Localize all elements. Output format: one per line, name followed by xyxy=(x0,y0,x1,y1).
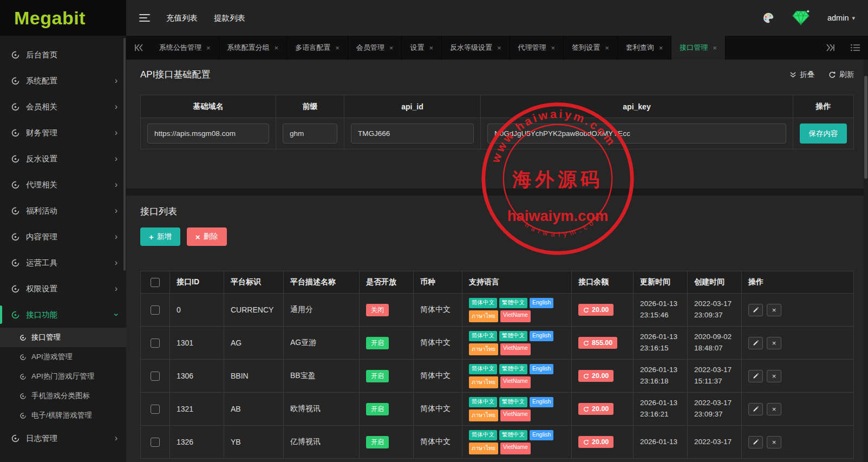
sidebar-item-3[interactable]: 财务管理› xyxy=(0,120,126,146)
tab-close-icon[interactable]: × xyxy=(429,44,433,51)
sidebar-item-7[interactable]: 内容管理› xyxy=(0,224,126,250)
tab-close-icon[interactable]: × xyxy=(335,44,340,51)
sidebar-item-1[interactable]: 系统配置› xyxy=(0,68,126,94)
row-delete-button[interactable]: × xyxy=(767,337,781,349)
row-delete-button[interactable]: × xyxy=(767,403,781,415)
row-delete-button[interactable]: × xyxy=(767,304,781,316)
balance-badge[interactable]: 20.00 xyxy=(578,304,614,316)
row-delete-button[interactable]: × xyxy=(767,436,781,448)
gem-icon[interactable] xyxy=(791,9,811,27)
row-delete-button[interactable]: × xyxy=(767,370,781,382)
sidebar-item-0[interactable]: 后台首页 xyxy=(0,42,126,68)
add-button[interactable]: + 新增 xyxy=(140,227,180,246)
table-row-0: 0CURRENCY通用分关闭简体中文简体中文繁體中文Englishภาษาไทย… xyxy=(141,294,854,327)
sidebar-item-11[interactable]: 日志管理› xyxy=(0,425,126,451)
sidebar-subitem-0[interactable]: 接口管理 xyxy=(0,328,126,347)
refresh-button[interactable]: 刷新 xyxy=(828,70,854,80)
page-scrollbar-thumb[interactable] xyxy=(864,76,867,179)
page-scrollbar[interactable] xyxy=(864,60,868,462)
sidebar-subitem-3[interactable]: 手机游戏分类图标 xyxy=(0,386,126,406)
sidebar-item-5[interactable]: 代理相关› xyxy=(0,172,126,198)
cell-platform-code: BBIN xyxy=(224,360,284,393)
sidebar-item-8[interactable]: 运营工具› xyxy=(0,250,126,276)
disc-icon xyxy=(11,154,20,164)
tab-close-icon[interactable]: × xyxy=(275,44,279,51)
tabs-scroll-right-button[interactable] xyxy=(818,36,843,60)
balance-badge[interactable]: 20.00 xyxy=(578,436,614,448)
tab-close-icon[interactable]: × xyxy=(659,44,663,51)
balance-badge[interactable]: 855.00 xyxy=(578,337,617,349)
sidebar-item-label: 系统配置 xyxy=(26,76,57,86)
app-logo[interactable]: Megabit xyxy=(0,0,126,36)
row-checkbox[interactable] xyxy=(151,372,160,381)
tab-close-icon[interactable]: × xyxy=(551,44,556,51)
tab-0[interactable]: 系统公告管理× xyxy=(151,36,219,60)
disc-icon xyxy=(11,434,20,443)
sidebar-item-label: 代理相关 xyxy=(26,180,57,190)
row-checkbox[interactable] xyxy=(151,305,160,315)
sidebar-item-label: 反水设置 xyxy=(26,154,57,164)
list-column-2: 平台描述名称 xyxy=(284,271,360,294)
tab-5[interactable]: 反水等级设置× xyxy=(442,36,510,60)
config-column-0: 基础域名 xyxy=(141,95,276,118)
tab-close-icon[interactable]: × xyxy=(389,44,394,51)
sidebar-scrollbar[interactable] xyxy=(123,38,126,271)
edit-button[interactable] xyxy=(748,403,763,415)
select-all-checkbox[interactable] xyxy=(151,278,160,287)
list-column-0: 接口ID xyxy=(170,271,224,294)
tab-9[interactable]: 接口管理× xyxy=(671,36,726,60)
theme-palette-icon[interactable] xyxy=(762,12,774,24)
sidebar-item-label: 福利活动 xyxy=(26,206,57,216)
tab-1[interactable]: 系统配置分组× xyxy=(219,36,288,60)
prefix-input[interactable] xyxy=(283,123,337,144)
sidebar-subitem-4[interactable]: 电子/棋牌游戏管理 xyxy=(0,406,126,425)
nav-withdraw-list[interactable]: 提款列表 xyxy=(214,13,245,23)
row-checkbox[interactable] xyxy=(151,405,160,414)
tab-3[interactable]: 会员管理× xyxy=(348,36,402,60)
edit-button[interactable] xyxy=(748,436,763,448)
table-row-3: 1321AB欧博视讯开启简体中文简体中文繁體中文EnglishภาษาไทยVi… xyxy=(141,393,854,426)
sidebar-item-label: 会员相关 xyxy=(26,102,57,112)
save-button[interactable]: 保存内容 xyxy=(800,123,847,144)
user-menu[interactable]: admin ▾ xyxy=(827,14,855,22)
row-checkbox[interactable] xyxy=(151,438,160,447)
collapse-button[interactable]: 折叠 xyxy=(789,70,814,80)
sidebar-submenu: 接口管理API游戏管理API热门游戏厅管理手机游戏分类图标电子/棋牌游戏管理 xyxy=(0,328,126,425)
edit-button[interactable] xyxy=(748,370,763,382)
username: admin xyxy=(827,14,849,22)
hamburger-menu-icon[interactable] xyxy=(139,14,150,22)
sidebar-item-2[interactable]: 会员相关› xyxy=(0,94,126,120)
sidebar-item-9[interactable]: 权限设置› xyxy=(0,276,126,302)
balance-badge[interactable]: 20.00 xyxy=(578,403,614,415)
sidebar-subitem-2[interactable]: API热门游戏厅管理 xyxy=(0,367,126,386)
tabs-scroll-left-button[interactable] xyxy=(126,36,151,60)
base-domain-input[interactable] xyxy=(147,123,269,144)
row-checkbox[interactable] xyxy=(151,339,160,348)
sidebar-item-4[interactable]: 反水设置› xyxy=(0,146,126,172)
edit-button[interactable] xyxy=(748,304,763,316)
tabs-menu-button[interactable] xyxy=(843,36,868,60)
tab-close-icon[interactable]: × xyxy=(206,44,211,51)
tab-close-icon[interactable]: × xyxy=(713,44,717,51)
sidebar-item-10[interactable]: 接口功能› xyxy=(0,302,126,328)
chevron-icon: › xyxy=(115,258,118,267)
cell-created: 2022-03-1723:09:37 xyxy=(688,393,742,426)
tab-8[interactable]: 套利查询× xyxy=(618,36,672,60)
sidebar-subitem-1[interactable]: API游戏管理 xyxy=(0,347,126,367)
tab-label: 代理管理 xyxy=(518,43,546,53)
tab-close-icon[interactable]: × xyxy=(497,44,501,51)
tab-7[interactable]: 签到设置× xyxy=(564,36,618,60)
nav-recharge-list[interactable]: 充值列表 xyxy=(166,13,198,23)
sidebar-item-6[interactable]: 福利活动› xyxy=(0,198,126,224)
api-id-input[interactable] xyxy=(351,123,474,144)
delete-button[interactable]: × 删除 xyxy=(187,227,227,246)
api-key-input[interactable] xyxy=(487,123,786,144)
tab-close-icon[interactable]: × xyxy=(605,44,609,51)
sidebar-item-label: 内容管理 xyxy=(26,232,57,242)
edit-button[interactable] xyxy=(748,337,763,349)
tab-6[interactable]: 代理管理× xyxy=(510,36,564,60)
tab-2[interactable]: 多语言配置× xyxy=(287,36,348,60)
cell-platform-name: AG亚游 xyxy=(284,327,360,360)
balance-badge[interactable]: 20.00 xyxy=(578,370,614,382)
tab-4[interactable]: 设置× xyxy=(402,36,442,60)
